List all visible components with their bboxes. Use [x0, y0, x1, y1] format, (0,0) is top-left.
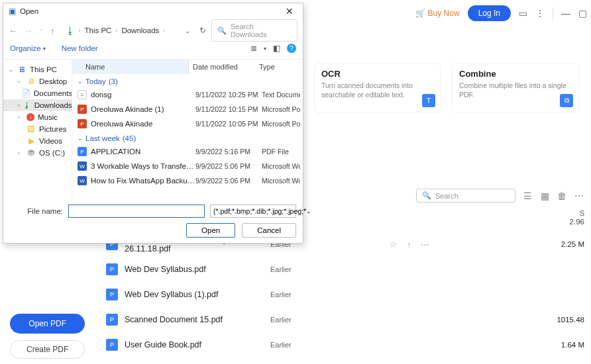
separator: [553, 7, 553, 19]
open-pdf-button[interactable]: Open PDF: [10, 314, 85, 334]
expand-icon[interactable]: ›: [18, 103, 20, 109]
file-name: APPLICATION: [91, 148, 195, 156]
tree-music[interactable]: › ♪ Music: [3, 111, 72, 123]
up-icon[interactable]: ↑: [50, 26, 55, 36]
expand-icon[interactable]: ›: [18, 150, 23, 156]
pdf-file-icon: P: [106, 314, 118, 326]
help-icon[interactable]: ?: [287, 44, 296, 53]
tree-label: Videos: [39, 137, 62, 145]
app-menu-icon[interactable]: ▭: [519, 8, 527, 19]
tree-label: Pictures: [39, 125, 67, 133]
login-button[interactable]: Log In: [468, 5, 511, 21]
breadcrumb-downloads[interactable]: Downloads: [121, 26, 159, 34]
more-icon[interactable]: ⋯: [574, 191, 584, 201]
ocr-card[interactable]: OCR Turn scanned documents into searchab…: [315, 64, 441, 113]
file-row[interactable]: W How to Fix WhatsApp Backup Not Showi..…: [75, 173, 303, 188]
column-date[interactable]: Date modified: [189, 63, 255, 71]
combine-card[interactable]: Combine Combine multiple files into a si…: [453, 64, 578, 113]
table-row[interactable]: P Web Dev Syllabus (1).pdf Earlier: [0, 282, 591, 307]
delete-icon[interactable]: 🗑: [557, 191, 567, 201]
minimize-icon[interactable]: —: [561, 8, 570, 19]
chevron-down-icon[interactable]: ⌄: [185, 27, 190, 34]
tree-label: Desktop: [39, 77, 67, 85]
column-type[interactable]: Type: [255, 63, 275, 71]
file-name: donsg: [91, 91, 195, 99]
tree-pictures[interactable]: 🖼 Pictures: [3, 123, 72, 135]
file-row[interactable]: ≡ donsg 9/11/2022 10:25 PM Text Documen: [75, 87, 303, 102]
chevron-down-icon[interactable]: ▾: [264, 46, 266, 52]
table-row[interactable]: P User Guide Book.pdf Earlier 1.64 M: [0, 332, 591, 357]
breadcrumb-this-pc[interactable]: This PC: [85, 26, 112, 34]
file-search-box[interactable]: 🔍 Search: [416, 189, 515, 203]
file-date: 9/9/2022 5:06 PM: [195, 162, 262, 170]
file-type: Microsoft Wo: [262, 177, 300, 185]
close-icon[interactable]: ✕: [282, 6, 297, 17]
group-last-week[interactable]: ⌄ Last week (45): [75, 131, 303, 144]
chevron-right-icon: ›: [115, 27, 117, 34]
open-button[interactable]: Open: [186, 223, 235, 238]
file-row[interactable]: W 3 Workable Ways to Transfer Game Progr…: [75, 159, 303, 173]
create-pdf-button[interactable]: Create PDF: [10, 340, 85, 359]
file-size: 1.64 M: [561, 341, 584, 349]
table-row[interactable]: P Scanned Document 15.pdf Earlier 1015.4…: [0, 307, 591, 332]
collapse-icon[interactable]: ⌄: [78, 78, 83, 85]
tree-downloads[interactable]: › ⭳ Downloads: [3, 99, 72, 111]
nav-history: ← → ⌄ ↑: [9, 26, 55, 36]
tree-this-pc[interactable]: ⌄ 🖥 This PC: [3, 64, 72, 75]
maximize-icon[interactable]: ▢: [578, 8, 587, 19]
tree-videos[interactable]: ▶ Videos: [3, 135, 72, 147]
group-today[interactable]: ⌄ Today (3): [75, 74, 303, 87]
file-list-pane: Name Date modified Type ⌄ Today (3) ≡ do…: [72, 60, 303, 199]
file-name: Scanned Document 15.pdf: [125, 315, 270, 324]
refresh-icon[interactable]: ↻: [199, 26, 206, 35]
collapse-icon[interactable]: ⌄: [78, 135, 83, 142]
file-row[interactable]: P Oreoluwa Akinade 9/11/2022 10:05 PM Mi…: [75, 116, 303, 131]
file-row[interactable]: P Oreoluwa Akinade (1) 9/11/2022 10:15 P…: [75, 102, 303, 116]
file-time: Earlier: [270, 341, 390, 349]
file-name: How to Fix WhatsApp Backup Not Showi...: [91, 177, 195, 185]
new-folder-button[interactable]: New folder: [62, 44, 98, 52]
filetype-select[interactable]: (*.pdf;*.bmp;*.dib;*.jpg;*.jpeg;* ⌄: [210, 205, 296, 218]
music-icon: ♪: [27, 113, 34, 121]
preview-pane-icon[interactable]: ◧: [273, 44, 280, 53]
forward-icon[interactable]: →: [24, 26, 32, 36]
chevron-down-icon: ▾: [43, 46, 46, 52]
file-type: PDF File: [262, 148, 300, 156]
column-name[interactable]: Name: [72, 60, 189, 74]
view-grid-icon[interactable]: ▦: [539, 191, 550, 201]
filename-input[interactable]: [68, 205, 205, 218]
cancel-button[interactable]: Cancel: [242, 223, 296, 238]
recent-icon[interactable]: ⌄: [39, 26, 44, 36]
app-more-icon[interactable]: ⋮: [535, 8, 545, 19]
view-list-icon[interactable]: ≣: [250, 44, 257, 53]
star-icon[interactable]: ☆: [390, 240, 398, 250]
card-title: Combine: [459, 69, 572, 79]
tree-documents[interactable]: 📄 Documents: [3, 87, 72, 99]
file-time: Earlier: [270, 316, 390, 324]
row-more-icon[interactable]: ⋯: [421, 240, 429, 250]
file-row[interactable]: P APPLICATION 9/9/2022 5:16 PM PDF File: [75, 144, 303, 159]
collapse-icon[interactable]: ⌄: [9, 67, 14, 73]
expand-icon[interactable]: ›: [18, 79, 23, 85]
view-list-icon[interactable]: ☰: [522, 191, 533, 201]
buy-now-link[interactable]: 🛒 Buy Now: [415, 9, 460, 18]
organize-label: Organize: [10, 44, 41, 52]
ppt-file-icon: P: [78, 105, 87, 114]
tree-desktop[interactable]: › 🖥 Desktop: [3, 75, 72, 87]
tree-os-drive[interactable]: › ⛃ OS (C:): [3, 147, 72, 159]
drive-icon: ⛃: [27, 149, 36, 157]
table-row[interactable]: P Web Dev Syllabus.pdf Earlier: [0, 257, 591, 282]
group-label: Last week: [85, 134, 120, 142]
tree-label: Downloads: [34, 101, 72, 109]
expand-icon[interactable]: ›: [18, 114, 23, 120]
filename-row: File name: (*.pdf;*.bmp;*.dib;*.jpg;*.jp…: [10, 205, 296, 218]
pictures-icon: 🖼: [27, 125, 36, 133]
back-icon[interactable]: ←: [9, 26, 17, 36]
dialog-search-box[interactable]: 🔍 Search Downloads: [211, 19, 297, 42]
upload-icon[interactable]: ↑: [407, 240, 411, 250]
file-type: Text Documen: [262, 91, 300, 99]
breadcrumb[interactable]: ⭳ › This PC › Downloads ›: [60, 23, 171, 38]
filename-label: File name:: [10, 207, 63, 215]
organize-button[interactable]: Organize ▾: [10, 44, 46, 52]
app-top-bar: 🛒 Buy Now Log In ▭ ⋮ — ▢: [415, 4, 591, 23]
